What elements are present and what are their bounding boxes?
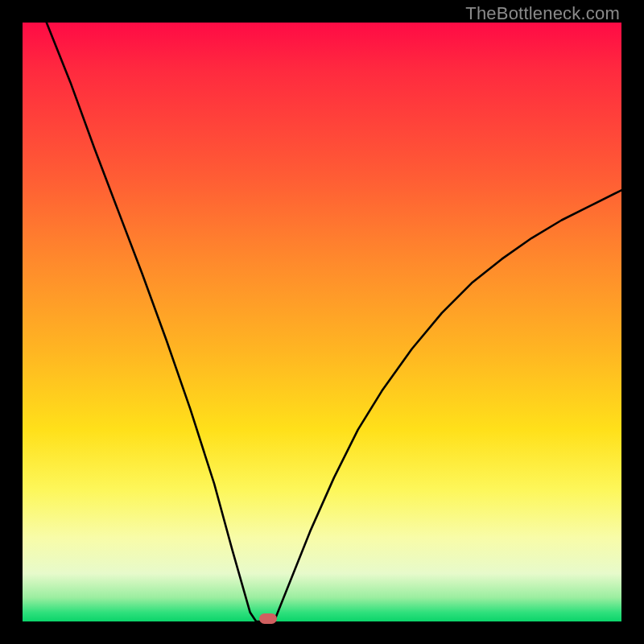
optimum-marker [259,613,277,624]
watermark-text: TheBottleneck.com [465,3,620,24]
curve-path [47,23,621,621]
chart-frame: TheBottleneck.com [0,0,644,644]
plot-area [23,23,621,621]
bottleneck-curve [23,23,621,621]
